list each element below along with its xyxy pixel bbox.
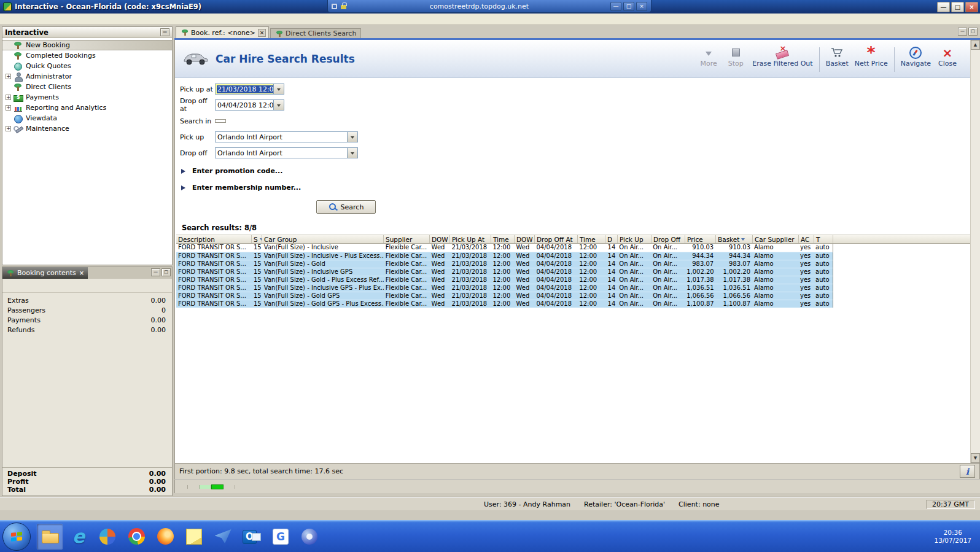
close-button[interactable]: ×	[965, 2, 978, 12]
dropoff-dropdown-icon[interactable]	[348, 147, 358, 158]
more-button[interactable]: More	[698, 46, 719, 68]
column-basket[interactable]: Basket	[716, 235, 753, 243]
column-supplier[interactable]: Supplier	[384, 235, 430, 243]
column-pickup-location[interactable]: Pick Up	[618, 235, 651, 243]
navigate-button[interactable]: Navigate	[901, 46, 931, 68]
panel-float-button[interactable]: □	[161, 268, 171, 276]
maximize-button[interactable]: □	[951, 2, 964, 12]
column-description[interactable]: Description	[176, 235, 252, 243]
scroll-up-icon[interactable]: ▲	[971, 40, 980, 50]
column-car-supplier[interactable]: Car Supplier	[753, 235, 799, 243]
search-in-tab[interactable]	[215, 119, 226, 123]
pickup-dropdown-icon[interactable]	[348, 131, 358, 142]
sidebar-item[interactable]: Administrator	[2, 71, 172, 82]
nett-price-button[interactable]: Nett Price	[855, 46, 888, 68]
sidebar-item[interactable]: New Booking	[2, 40, 172, 50]
menu-item[interactable]	[21, 18, 31, 20]
taskbar-app[interactable]	[297, 524, 322, 550]
pickup-location-select[interactable]: Orlando Intl Airport	[215, 131, 348, 142]
toolbar-icon[interactable]	[93, 281, 104, 291]
taskbar-app[interactable]	[152, 524, 178, 550]
tray-icon[interactable]	[920, 532, 929, 541]
toolbar-icon[interactable]	[131, 281, 142, 291]
expand-icon[interactable]	[6, 95, 11, 100]
booking-row[interactable]: Extras 0.00	[2, 295, 172, 305]
result-row[interactable]: FORD TRANSIT OR S... 15 Van(Full Size) -…	[176, 276, 833, 284]
tab-direct-clients-search[interactable]: Direct Clients Search	[270, 28, 361, 38]
sidebar-item[interactable]: Completed Bookings	[2, 50, 172, 61]
expand-icon[interactable]	[6, 105, 11, 111]
pickup-at-dropdown-icon[interactable]	[274, 84, 284, 95]
toolbar-icon[interactable]	[119, 281, 130, 291]
close-results-button[interactable]: Close	[937, 46, 958, 68]
column-dow-pickup[interactable]: DOW	[430, 235, 450, 243]
tray-icon[interactable]	[892, 532, 901, 541]
pin-icon[interactable]	[332, 4, 337, 9]
result-row[interactable]: FORD TRANSIT OR S... 15 Van(Full Size) -…	[176, 300, 833, 308]
info-button[interactable]: i	[960, 465, 975, 478]
sidebar-item[interactable]: Direct Clients	[2, 82, 172, 92]
erase-filtered-out-button[interactable]: Erase Filtered Out	[752, 46, 812, 68]
taskbar-app[interactable]	[37, 524, 63, 550]
tab-booking-ref[interactable]: Book. ref.: <none> ×	[176, 26, 269, 38]
result-row[interactable]: FORD TRANSIT OR S... 15 Van(Full Size) -…	[176, 252, 833, 260]
start-button[interactable]	[2, 523, 31, 551]
column-pickup-time[interactable]: Time	[491, 235, 515, 243]
taskbar-app[interactable]	[181, 524, 207, 550]
rdp-minimize-button[interactable]: —	[610, 2, 621, 11]
expand-icon[interactable]	[6, 74, 11, 79]
taskbar-app[interactable]	[268, 524, 294, 550]
tray-icon[interactable]	[878, 532, 887, 541]
column-price[interactable]: Price	[685, 235, 716, 243]
collapse-panel-button[interactable]: —	[160, 28, 169, 36]
dropoff-at-input[interactable]: 04/04/2018 12:00	[215, 99, 274, 111]
column-ac[interactable]: AC	[799, 235, 814, 243]
bottom-tab[interactable]	[211, 484, 224, 489]
menu-item[interactable]	[11, 18, 21, 20]
toolbar-icon[interactable]	[157, 281, 168, 291]
bottom-tab[interactable]	[224, 485, 235, 489]
mdi-restore-button[interactable]: □	[968, 28, 978, 36]
stop-button[interactable]: Stop	[725, 46, 746, 68]
result-row[interactable]: FORD TRANSIT OR S... 15 Van(Full Size) -…	[176, 284, 833, 292]
rdp-restore-button[interactable]: □	[623, 2, 634, 11]
close-panel-icon[interactable]: ×	[79, 270, 84, 276]
column-car-group[interactable]: Car Group	[262, 235, 384, 243]
booking-contents-tab[interactable]: Booking contents ×	[2, 267, 88, 279]
sidebar-item[interactable]: Viewdata	[2, 113, 172, 123]
result-row[interactable]: FORD TRANSIT OR S... 15 Van(Full Size) -…	[176, 260, 833, 268]
bottom-tab[interactable]	[176, 485, 188, 489]
taskbar-app[interactable]	[210, 524, 236, 550]
dropoff-location-select[interactable]: Orlando Intl Airport	[215, 147, 348, 158]
vertical-scrollbar[interactable]: ▲ ▼	[970, 40, 980, 463]
minimize-button[interactable]: —	[937, 2, 950, 12]
scroll-down-icon[interactable]: ▼	[971, 453, 980, 463]
booking-row[interactable]: Refunds 0.00	[2, 325, 172, 335]
toolbar-icon[interactable]	[106, 281, 117, 291]
taskbar-app[interactable]	[239, 524, 265, 550]
bottom-tab[interactable]	[200, 485, 211, 489]
panel-minimize-button[interactable]: —	[151, 268, 160, 276]
column-days[interactable]: D	[605, 235, 618, 243]
sidebar-item[interactable]: Payments	[2, 92, 172, 103]
menu-item[interactable]	[1, 18, 11, 20]
taskbar-app[interactable]	[66, 524, 91, 550]
search-in-tab[interactable]	[238, 120, 247, 122]
tab-close-icon[interactable]: ×	[258, 29, 266, 37]
bottom-tab[interactable]	[188, 485, 200, 489]
column-dow-dropoff[interactable]: DOW	[515, 235, 535, 243]
column-transmission[interactable]: T	[814, 235, 833, 243]
rdp-close-button[interactable]: ×	[636, 2, 647, 11]
taskbar-app[interactable]	[123, 524, 149, 550]
column-pickup-at[interactable]: Pick Up At	[450, 235, 491, 243]
taskbar-app[interactable]	[95, 524, 120, 550]
search-button[interactable]: Search	[316, 200, 376, 214]
result-row[interactable]: FORD TRANSIT OR S... 15 Van(Full Size) -…	[176, 268, 833, 276]
result-row[interactable]: FORD TRANSIT OR S... 15 Van(Full Size) -…	[176, 244, 833, 252]
search-in-tab[interactable]	[228, 120, 236, 122]
tray-icon[interactable]	[906, 532, 915, 541]
sidebar-item[interactable]: Maintenance	[2, 123, 172, 134]
column-dropoff-location[interactable]: Drop Off	[651, 235, 685, 243]
toolbar-icon[interactable]	[144, 281, 155, 291]
membership-number-expander[interactable]: Enter membership number...	[181, 184, 980, 192]
